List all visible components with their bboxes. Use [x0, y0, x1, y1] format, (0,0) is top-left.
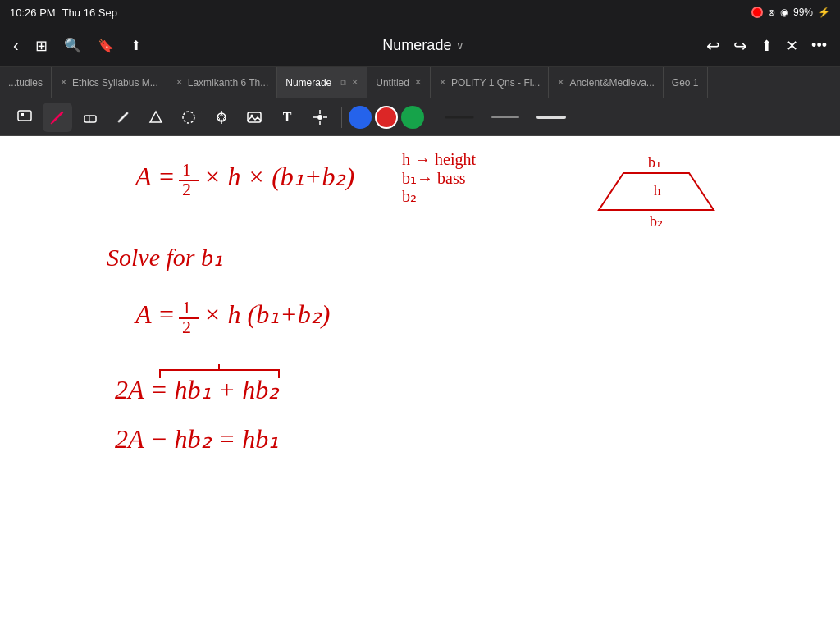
close-tab-polity[interactable]: ✕ [439, 77, 446, 88]
svg-text:× h × (b₁+b₂): × h × (b₁+b₂) [203, 162, 354, 191]
tab-laxmikanth[interactable]: ✕ Laxmikanth 6 Th... [167, 67, 278, 98]
nav-left: ‹ ⊞ 🔍 🔖 ⬆ [13, 36, 141, 55]
battery-icon: ⚡ [818, 7, 830, 18]
svg-point-16 [317, 115, 322, 120]
tab-ethics[interactable]: ✕ Ethics Syllabus M... [52, 67, 167, 98]
redo-button[interactable]: ↪ [733, 36, 747, 56]
search-button[interactable]: 🔍 [64, 37, 81, 54]
tool-action[interactable] [305, 103, 335, 132]
tab-polity[interactable]: ✕ POLITY 1 Qns - Fl... [431, 67, 549, 98]
tool-eraser[interactable] [75, 103, 105, 132]
svg-text:b₂: b₂ [402, 187, 417, 205]
close-tab-untitled[interactable]: ✕ [414, 77, 422, 88]
canvas-area[interactable]: A = 1 2 × h × (b₁+b₂) h → height b₁→ bas… [0, 136, 840, 630]
tab-studies[interactable]: ...tudies [0, 67, 52, 98]
tool-shapes[interactable] [141, 103, 171, 132]
date: Thu 16 Sep [62, 7, 117, 19]
tool-lasso[interactable] [174, 103, 203, 132]
color-blue[interactable] [349, 106, 372, 129]
share-button[interactable]: ⬆ [130, 38, 141, 53]
svg-rect-1 [21, 113, 24, 116]
close-tab-laxmikanth[interactable]: ✕ [176, 77, 183, 88]
tab-numerade[interactable]: Numerade ⧉ ✕ [277, 67, 368, 98]
battery-percent: 99% [793, 7, 813, 18]
svg-text:2: 2 [182, 179, 191, 199]
more-button[interactable]: ••• [811, 37, 827, 54]
title-chevron: ∨ [456, 39, 464, 52]
svg-text:1: 1 [182, 159, 191, 180]
nav-center[interactable]: Numerade ∨ [382, 37, 464, 54]
app-title: Numerade [382, 37, 451, 54]
color-green[interactable] [401, 106, 424, 129]
tab-ancient[interactable]: ✕ Ancient&Medieva... [549, 67, 663, 98]
stroke-medium[interactable] [484, 107, 527, 127]
svg-text:A =: A = [134, 299, 176, 329]
svg-line-2 [52, 112, 62, 122]
status-bar: 10:26 PM Thu 16 Sep ⊗ ◉ 99% ⚡ [0, 0, 840, 25]
tool-star[interactable] [207, 103, 236, 132]
bookmark-button[interactable]: 🔖 [98, 38, 114, 53]
svg-rect-14 [248, 112, 261, 122]
tool-select[interactable] [10, 103, 39, 132]
svg-text:b₁: b₁ [648, 154, 661, 171]
upload-button[interactable]: ⬆ [760, 37, 773, 55]
tool-image[interactable] [240, 103, 269, 132]
separator-2 [431, 107, 431, 128]
status-right: ⊗ ◉ 99% ⚡ [751, 7, 830, 18]
svg-point-9 [183, 112, 194, 123]
tab-numerade-icon: ⧉ [340, 77, 346, 88]
bluetooth-icon: ⊗ [768, 7, 775, 18]
close-tab-ethics[interactable]: ✕ [60, 77, 67, 88]
svg-rect-4 [84, 116, 96, 122]
svg-text:A =: A = [134, 162, 176, 191]
svg-text:2A = hb₁ + hb₂: 2A = hb₁ + hb₂ [115, 375, 280, 404]
undo-button[interactable]: ↩ [706, 36, 720, 56]
svg-text:× h (b₁+b₂): × h (b₁+b₂) [203, 299, 331, 329]
svg-marker-8 [150, 112, 162, 122]
svg-text:b₁→ bass: b₁→ bass [402, 169, 466, 187]
svg-text:b₂: b₂ [650, 213, 663, 230]
nav-bar: ‹ ⊞ 🔍 🔖 ⬆ Numerade ∨ ↩ ↪ ⬆ ✕ ••• [0, 25, 840, 67]
tab-bar: ...tudies ✕ Ethics Syllabus M... ✕ Laxmi… [0, 67, 840, 98]
svg-text:h: h [654, 183, 661, 199]
close-button[interactable]: ✕ [786, 37, 798, 55]
separator-1 [341, 107, 342, 128]
record-icon [751, 7, 763, 18]
svg-text:1: 1 [182, 297, 191, 317]
status-left: 10:26 PM Thu 16 Sep [10, 7, 117, 19]
svg-line-3 [51, 121, 53, 124]
svg-text:h → height: h → height [402, 150, 476, 169]
tool-text[interactable]: T [272, 103, 302, 132]
close-tab-numerade[interactable]: ✕ [351, 77, 358, 88]
color-red[interactable] [375, 106, 398, 129]
svg-line-7 [119, 113, 127, 121]
svg-rect-0 [18, 111, 31, 121]
svg-text:2A − hb₂ = hb₁: 2A − hb₂ = hb₁ [115, 424, 279, 454]
back-button[interactable]: ‹ [13, 36, 19, 55]
stroke-thin-dark[interactable] [438, 107, 481, 127]
time: 10:26 PM [10, 7, 56, 19]
tool-highlight[interactable] [108, 103, 138, 132]
close-tab-ancient[interactable]: ✕ [557, 77, 564, 88]
tab-geo[interactable]: Geo 1 [664, 67, 708, 98]
nav-right: ↩ ↪ ⬆ ✕ ••• [706, 36, 827, 56]
canvas-svg: A = 1 2 × h × (b₁+b₂) h → height b₁→ bas… [0, 136, 840, 630]
svg-text:Solve for b₁: Solve for b₁ [107, 244, 223, 271]
toolbar: T [0, 98, 840, 136]
grid-button[interactable]: ⊞ [35, 37, 48, 55]
wifi-icon: ◉ [780, 7, 788, 18]
stroke-thick-light[interactable] [530, 107, 573, 127]
tool-pen[interactable] [43, 103, 72, 132]
svg-text:2: 2 [182, 317, 191, 337]
tab-untitled[interactable]: Untitled ✕ [368, 67, 431, 98]
